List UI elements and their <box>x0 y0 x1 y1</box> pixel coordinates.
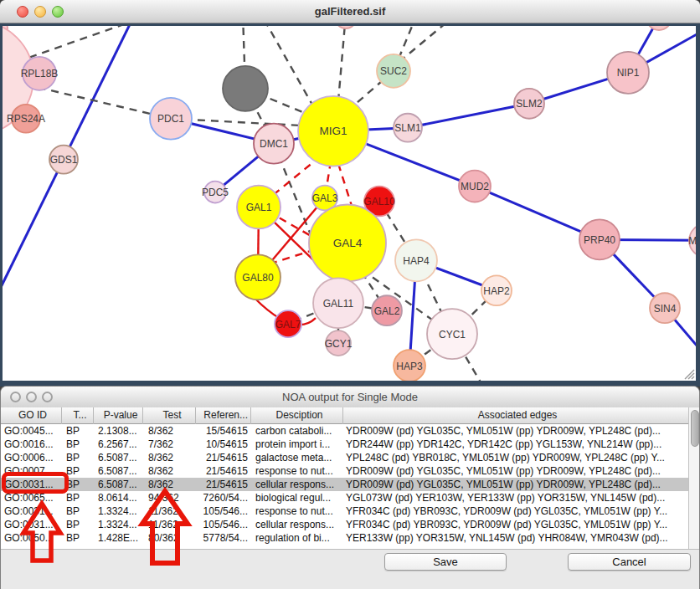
network-nodes-layer: RPL18BRPS24AGDS1PDC1DMC1MIG1SUC2SLM1SLM2… <box>3 26 696 381</box>
network-node-pdc1[interactable] <box>150 98 192 140</box>
table-cell: GO:0006... <box>1 451 61 464</box>
network-node-rpl18b[interactable] <box>23 57 56 90</box>
table-cell: 6.2567... <box>93 438 142 451</box>
network-node-gal2[interactable] <box>372 295 402 325</box>
network-node-slm1[interactable] <box>394 114 422 142</box>
table-cell: GO:0050... <box>1 531 61 545</box>
table-cell: response to nut... <box>250 504 342 518</box>
network-node-dmc1[interactable] <box>254 124 294 164</box>
table-row[interactable]: GO:0031...BP1.3324...11/362105/546...cel… <box>1 518 700 531</box>
table-cell: 7/362 <box>142 438 195 451</box>
table-row[interactable]: GO:0050...BP1.428E...80/3625778/54...reg… <box>1 531 700 545</box>
table-cell: YPL248C (pd) YBR018C, YML051W (pp) YDR00… <box>342 451 688 464</box>
table-cell: regulation of bi... <box>250 531 342 545</box>
table-row[interactable]: GO:0065...BP8.0614...94/3627260/54...bio… <box>1 491 700 504</box>
table-cell: BP <box>61 464 93 478</box>
network-node-hap2[interactable] <box>481 275 512 305</box>
table-row[interactable]: GO:0045...BP2.1308...8/36215/54615carbon… <box>1 424 700 438</box>
network-node-slm2[interactable] <box>514 89 544 119</box>
network-node[interactable] <box>646 26 672 30</box>
table-cell: YDR009W (pd) YGL035C, YML051W (pp) YDR00… <box>342 424 688 438</box>
network-edge <box>338 26 346 101</box>
noa-results-table: GO IDT...P-valueTestReferen...Desciption… <box>1 407 700 550</box>
column-header[interactable]: T... <box>61 407 93 424</box>
table-cell: YDR244W (pp) YDR142C, YDR142C (pp) YGL15… <box>342 438 688 451</box>
table-row[interactable]: GO:0006...BP6.5087...8/36221/54615galact… <box>1 451 700 464</box>
column-header[interactable]: Test <box>142 407 195 424</box>
table-cell: BP <box>61 504 93 518</box>
network-node-prp40[interactable] <box>579 219 620 259</box>
column-header[interactable]: Associated edges <box>342 407 688 424</box>
table-cell: 8/362 <box>142 478 195 491</box>
table-cell: GO:0065... <box>1 491 61 504</box>
column-header[interactable]: GO ID <box>1 407 61 424</box>
table-cell: YGL073W (pd) YER103W, YER133W (pp) YOR31… <box>342 491 688 504</box>
table-cell: carbon cataboli... <box>250 424 342 438</box>
network-node-sin4[interactable] <box>650 293 680 323</box>
network-node-hap4[interactable] <box>395 239 437 281</box>
table-row[interactable]: GO:0031...BP1.3324...11/362105/546...res… <box>1 504 700 518</box>
noa-window-title: NOA output for Single Mode <box>1 387 699 407</box>
table-row[interactable]: GO:0016...BP6.2567...7/36210/54615protei… <box>1 438 700 451</box>
network-node-msl1[interactable] <box>689 223 696 257</box>
table-cell: YER133W (pp) YOR315W, YNL145W (pd) YHR08… <box>342 531 688 545</box>
table-cell: YDR009W (pd) YGL035C, YML051W (pp) YDR00… <box>342 464 688 478</box>
table-cell: YFR034C (pd) YBR093C, YDR009W (pd) YGL03… <box>342 504 688 518</box>
table-cell: 8.0614... <box>93 491 142 504</box>
save-button[interactable]: Save <box>384 553 507 571</box>
network-svg: RPL18BRPS24AGDS1PDC1DMC1MIG1SUC2SLM1SLM2… <box>3 26 696 381</box>
table-cell: 6.5087... <box>93 451 142 464</box>
table-cell: 105/546... <box>195 518 250 531</box>
table-cell: GO:0031... <box>1 518 61 531</box>
network-node-gal7[interactable] <box>275 310 301 337</box>
table-cell: 1.3324... <box>93 504 142 518</box>
cancel-button[interactable]: Cancel <box>568 553 691 571</box>
network-node-gal1[interactable] <box>237 186 281 229</box>
table-cell: 21/54615 <box>195 451 250 464</box>
network-edge <box>408 104 529 128</box>
network-node-hap3[interactable] <box>394 350 425 381</box>
network-node-gal4[interactable] <box>309 204 386 281</box>
table-cell: YFR034C (pd) YBR093C, YDR009W (pd) YGL03… <box>342 518 688 531</box>
table-cell: 21/54615 <box>195 478 250 491</box>
network-edges-layer <box>3 26 696 381</box>
network-node-mig1[interactable] <box>298 96 368 166</box>
network-node-gal11[interactable] <box>313 278 363 328</box>
table-cell: GO:0045... <box>1 424 61 438</box>
table-cell: response to nut... <box>250 464 342 478</box>
column-header[interactable]: P-value <box>93 407 142 424</box>
table-cell: 8/362 <box>142 451 195 464</box>
network-node-suc2[interactable] <box>377 54 410 88</box>
noa-window-titlebar: NOA output for Single Mode <box>1 387 699 408</box>
network-node[interactable] <box>223 66 268 111</box>
scrollbar-thumb[interactable] <box>691 410 699 447</box>
table-row-selected[interactable]: GO:0031...BP6.5087...8/36221/54615cellul… <box>1 478 700 491</box>
table-row[interactable]: GO:0007...BP6.5087...8/36221/54615respon… <box>1 464 700 478</box>
column-header[interactable]: Referen... <box>195 407 250 424</box>
network-node-mud2[interactable] <box>459 171 491 202</box>
column-header[interactable]: Desciption <box>250 407 342 424</box>
network-node-rps24a[interactable] <box>12 105 40 133</box>
table-cell: 21/54615 <box>195 464 250 478</box>
resize-grip-icon[interactable] <box>685 370 694 379</box>
vertical-scrollbar[interactable] <box>688 407 700 549</box>
table-cell: galactose meta... <box>250 451 342 464</box>
network-canvas[interactable]: RPL18BRPS24AGDS1PDC1DMC1MIG1SUC2SLM1SLM2… <box>0 23 700 387</box>
table-cell: 1.428E... <box>93 531 142 545</box>
network-node-pdc5[interactable] <box>204 182 226 203</box>
table-cell: 1.3324... <box>93 518 142 531</box>
table-cell: 10/54615 <box>195 438 250 451</box>
network-node-cyc1[interactable] <box>427 309 477 359</box>
network-node-nip1[interactable] <box>607 52 649 94</box>
network-node-gcy1[interactable] <box>326 330 351 356</box>
network-node-gds1[interactable] <box>49 146 78 174</box>
table-cell: GO:0031... <box>1 478 61 491</box>
network-node-gal80[interactable] <box>235 254 281 300</box>
network-edge <box>400 26 456 61</box>
table-cell: GO:0031... <box>1 504 61 518</box>
network-node[interactable] <box>335 26 357 28</box>
table-cell: 2.1308... <box>93 424 142 438</box>
table-cell: GO:0007... <box>1 464 61 478</box>
noa-table-body: GO:0045...BP2.1308...8/36215/54615carbon… <box>1 424 700 545</box>
table-cell: 5778/54... <box>195 531 250 545</box>
